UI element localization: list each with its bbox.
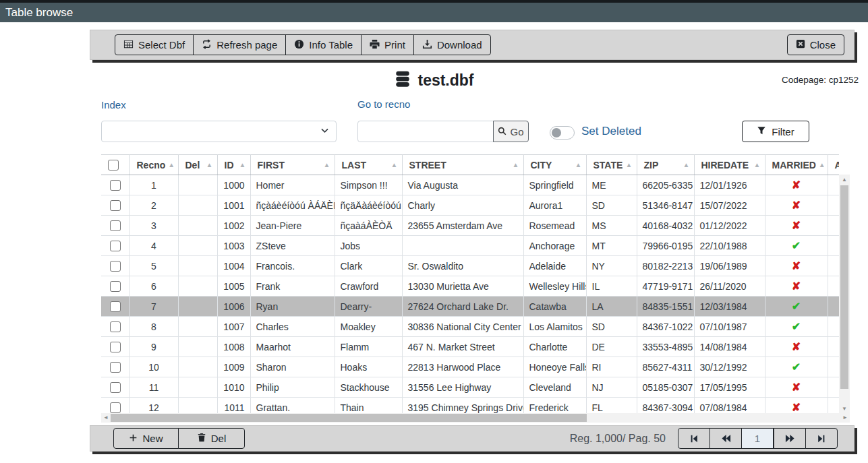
go-button[interactable]: Go [493, 121, 529, 142]
first-page-button[interactable] [678, 428, 710, 449]
married-cross-icon: ✘ [792, 220, 801, 231]
row-checkbox-cell [101, 297, 129, 317]
delete-record-button[interactable]: Del [178, 428, 245, 449]
print-button[interactable]: Print [361, 34, 414, 55]
column-header-zip[interactable]: ZIP▲ [637, 155, 694, 175]
select-all-checkbox[interactable] [108, 160, 119, 171]
column-header-hiredate[interactable]: HIREDATE▲ [694, 155, 765, 175]
hiredate-cell: 30/12/1992 [694, 357, 765, 377]
column-header-state[interactable]: STATE▲ [586, 155, 637, 175]
scroll-up-icon[interactable]: ▲ [839, 177, 850, 183]
toolbar: Select Dbf Refresh page Info Table Print… [90, 30, 855, 60]
column-header-city[interactable]: CITY▲ [523, 155, 586, 175]
new-record-button[interactable]: New [113, 428, 179, 449]
table-row[interactable]: 111010PhilipStackhouse31556 Lee HighwayC… [101, 377, 839, 398]
close-button[interactable]: Close [787, 34, 844, 55]
column-header-married[interactable]: MARRIED▲ [765, 155, 828, 175]
column-header-street[interactable]: STREET▲ [402, 155, 523, 175]
index-select[interactable] [101, 121, 337, 142]
row-checkbox-cell [101, 236, 129, 256]
table-row[interactable]: 41003ZSteveJobsAnchorageMT79966-019522/1… [101, 236, 839, 256]
row-checkbox[interactable] [110, 180, 121, 191]
table-row[interactable]: 21001ñçàáèéíòóú ÀÁÄÈÉñçäÄàáèéíòóúCharlyA… [101, 195, 839, 216]
sort-asc-icon: ▲ [391, 161, 398, 168]
close-label: Close [810, 39, 836, 51]
city-cell: Rosemead [523, 216, 586, 236]
state-cell: SD [586, 317, 637, 337]
street-cell: 31556 Lee Highway [402, 377, 523, 398]
column-header-recno[interactable]: Recno▲ [129, 155, 178, 175]
first-cell: Grattan. [250, 398, 335, 414]
married-cross-icon: ✘ [792, 280, 801, 292]
street-cell: 30836 National City Center [402, 317, 523, 337]
first-cell: Sharon [250, 357, 335, 377]
last-page-button[interactable] [805, 428, 838, 449]
table-row[interactable]: 31002Jean-PiereñçaàáÀÈÒÄ23655 Amsterdam … [101, 216, 839, 236]
column-header-last[interactable]: LAST▲ [335, 155, 402, 175]
next-page-button[interactable] [774, 428, 806, 449]
row-checkbox[interactable] [110, 241, 121, 251]
titlebar: Table browse [0, 3, 868, 22]
row-checkbox[interactable] [110, 281, 121, 292]
row-checkbox[interactable] [110, 321, 121, 332]
horizontal-scrollbar-thumb[interactable] [111, 414, 587, 422]
scroll-left-icon[interactable]: ◄ [103, 413, 109, 423]
id-cell: 1004 [217, 256, 250, 276]
state-cell: ME [586, 175, 637, 195]
hiredate-cell: 12/03/1984 [694, 297, 765, 317]
table-row[interactable]: 81007CharlesMoakley30836 National City C… [101, 317, 839, 337]
recno-cell: 5 [129, 256, 178, 276]
select-dbf-button[interactable]: Select Dbf [115, 34, 194, 55]
scroll-down-icon[interactable]: ▼ [839, 406, 850, 412]
row-checkbox[interactable] [110, 382, 121, 393]
recno-cell: 3 [129, 216, 178, 236]
horizontal-scrollbar[interactable]: ◄ ► [101, 413, 850, 423]
column-header-del[interactable]: Del▲ [178, 155, 217, 175]
column-header-first[interactable]: FIRST▲ [250, 155, 335, 175]
previous-page-button[interactable] [710, 428, 742, 449]
id-cell: 1002 [217, 216, 250, 236]
recno-cell: 9 [129, 337, 178, 357]
table-row[interactable]: 101009SharonHoaks22813 Harwood PlaceHone… [101, 357, 839, 377]
vertical-scrollbar[interactable]: ▲ ▼ [839, 175, 850, 413]
set-deleted-toggle[interactable] [550, 126, 575, 140]
column-header-ag[interactable]: AG [828, 155, 839, 175]
refresh-page-button[interactable]: Refresh page [193, 34, 286, 55]
last-cell: Moakley [335, 317, 402, 337]
row-checkbox[interactable] [110, 200, 121, 211]
row-checkbox[interactable] [110, 301, 121, 312]
info-table-button[interactable]: Info Table [285, 34, 361, 55]
column-header-label: FIRST [258, 160, 285, 171]
row-checkbox-cell [101, 357, 129, 377]
filter-button[interactable]: Filter [742, 121, 809, 142]
street-cell: 467 N. Market Street [402, 337, 523, 357]
database-icon [394, 70, 411, 90]
vertical-scrollbar-thumb[interactable] [840, 185, 848, 389]
current-page-input[interactable]: 1 [741, 428, 774, 449]
toggle-knob-icon [552, 128, 561, 137]
id-cell: 1011 [217, 398, 250, 414]
row-checkbox[interactable] [110, 220, 121, 231]
row-checkbox[interactable] [110, 261, 121, 272]
married-cell: ✘ [765, 377, 828, 398]
city-cell: Charlotte [523, 337, 586, 357]
row-checkbox[interactable] [110, 362, 121, 373]
table-row[interactable]: 121011Grattan.Thain3195 Chimney Springs … [101, 398, 839, 414]
row-checkbox[interactable] [110, 402, 121, 413]
married-cell: ✔ [765, 357, 828, 377]
plus-icon [129, 433, 138, 444]
goto-recno-input[interactable] [357, 121, 494, 142]
street-cell: 3195 Chimney Springs Drive [402, 398, 523, 414]
age-cell [828, 195, 839, 216]
download-button[interactable]: Download [413, 34, 491, 55]
column-header-id[interactable]: ID▲ [217, 155, 250, 175]
table-row[interactable]: 61005FrankCrawford13030 Murietta AveWell… [101, 276, 839, 297]
scroll-right-icon[interactable]: ► [842, 413, 848, 423]
table-row[interactable]: 51004Francois.ClarkSr. OswalditoAdelaide… [101, 256, 839, 276]
download-label: Download [437, 39, 482, 51]
table-row[interactable]: 11000HomerSimpson !!!Via AugustaSpringfi… [101, 175, 839, 195]
id-cell: 1007 [217, 317, 250, 337]
table-row[interactable]: 71006RyanDearry-27624 Orchard Lake Dr.Ca… [101, 297, 839, 317]
table-row[interactable]: 91008MaarhotFlamm467 N. Market StreetCha… [101, 337, 839, 357]
row-checkbox[interactable] [110, 342, 121, 352]
